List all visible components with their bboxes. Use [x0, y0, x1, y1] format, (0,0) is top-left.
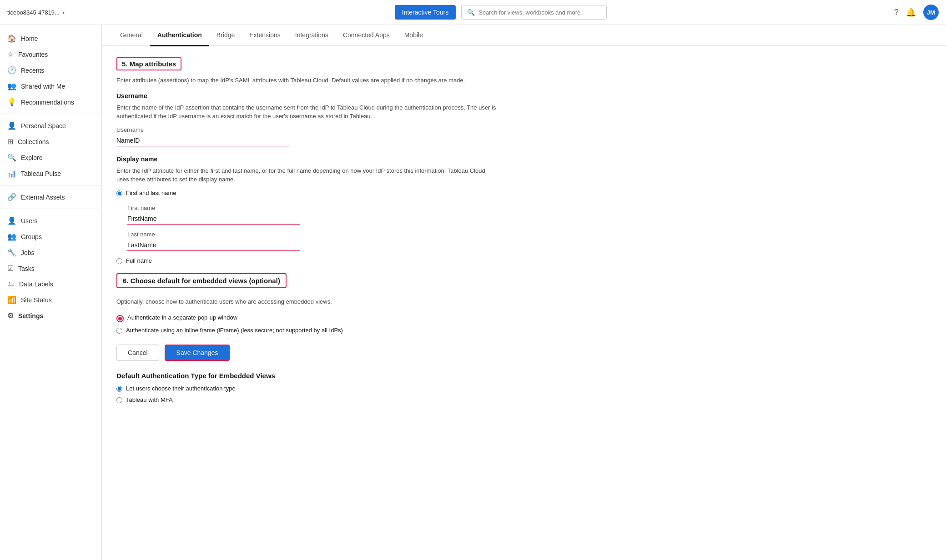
- section6-desc: Optionally, choose how to authenticate u…: [116, 297, 497, 306]
- radio-full-name-input[interactable]: [116, 258, 122, 264]
- sidebar-label-groups: Groups: [21, 233, 42, 240]
- sidebar-label-recommendations: Recommendations: [21, 99, 74, 106]
- tab-authentication[interactable]: Authentication: [150, 25, 209, 46]
- display-name-radio-group: First and last name First name Last name: [116, 190, 497, 264]
- home-icon: 🏠: [7, 34, 16, 43]
- section5-title: 5. Map attributes: [122, 60, 176, 68]
- jobs-icon: 🔧: [7, 248, 16, 257]
- username-input[interactable]: [116, 135, 289, 146]
- section5-header: 5. Map attributes: [116, 57, 181, 70]
- sidebar-item-data-labels[interactable]: 🏷 Data Labels: [0, 276, 101, 292]
- section6-title: 6. Choose default for embedded views (op…: [123, 277, 280, 285]
- interactive-tours-button[interactable]: Interactive Tours: [395, 5, 456, 20]
- last-name-input[interactable]: [127, 240, 300, 251]
- radio-full-name[interactable]: Full name: [116, 257, 497, 264]
- display-name-desc: Enter the IdP attribute for either the f…: [116, 166, 497, 184]
- sidebar-item-users[interactable]: 👤 Users: [0, 213, 101, 229]
- clock-icon: 🕐: [7, 66, 16, 75]
- radio-first-last[interactable]: First and last name: [116, 190, 497, 196]
- explore-icon: 🔍: [7, 153, 16, 162]
- topbar: ticebo8345-47819... ▾ Interactive Tours …: [0, 0, 946, 25]
- display-name-field-group: Display name Enter the IdP attribute for…: [116, 155, 497, 264]
- sidebar-label-collections: Collections: [18, 138, 49, 145]
- username-field-group: Username Enter the name of the IdP asser…: [116, 92, 497, 146]
- radio-let-users-input[interactable]: [116, 386, 122, 392]
- sidebar-item-personal[interactable]: 👤 Personal Space: [0, 118, 101, 134]
- sidebar-item-home[interactable]: 🏠 Home: [0, 30, 101, 46]
- tab-bridge[interactable]: Bridge: [209, 25, 242, 46]
- search-bar[interactable]: 🔍: [461, 5, 607, 20]
- users-icon: 👤: [7, 216, 16, 225]
- settings-content: 5. Map attributes Enter attributes (asse…: [102, 46, 511, 421]
- sidebar-label-personal: Personal Space: [21, 122, 66, 130]
- section6-header: 6. Choose default for embedded views (op…: [116, 273, 287, 288]
- grid-icon: ⊞: [7, 137, 13, 146]
- sidebar-label-external-assets: External Assets: [21, 194, 65, 201]
- avatar[interactable]: JM: [923, 5, 939, 20]
- sidebar-item-recommendations[interactable]: 💡 Recommendations: [0, 94, 101, 110]
- radio-first-last-label: First and last name: [126, 190, 176, 196]
- sidebar-label-jobs: Jobs: [21, 249, 35, 256]
- site-name[interactable]: ticebo8345-47819...: [7, 9, 60, 16]
- radio-popup[interactable]: Authenticate in a separate pop-up window: [116, 313, 497, 322]
- sidebar-divider-3: [0, 209, 101, 209]
- radio-let-users[interactable]: Let users choose their authentication ty…: [116, 385, 497, 392]
- sidebar-item-recents[interactable]: 🕐 Recents: [0, 62, 101, 78]
- radio-iframe[interactable]: Authenticate using an inline frame (iFra…: [116, 327, 497, 334]
- topbar-left: ticebo8345-47819... ▾: [7, 9, 107, 16]
- topbar-right: ? 🔔 JM: [894, 5, 939, 20]
- sidebar-item-collections[interactable]: ⊞ Collections: [0, 134, 101, 150]
- radio-tableau-mfa[interactable]: Tableau with MFA: [116, 396, 497, 403]
- shared-icon: 👥: [7, 82, 16, 90]
- radio-iframe-input[interactable]: [116, 328, 122, 334]
- search-icon: 🔍: [467, 9, 475, 16]
- cancel-button[interactable]: Cancel: [116, 345, 159, 361]
- default-auth-section: Default Authentication Type for Embedded…: [116, 372, 497, 403]
- sidebar-label-data-labels: Data Labels: [19, 280, 53, 288]
- gear-icon: ⚙: [7, 311, 14, 320]
- section5-desc: Enter attributes (assertions) to map the…: [116, 76, 497, 85]
- tab-connected-apps[interactable]: Connected Apps: [336, 25, 397, 46]
- save-button[interactable]: Save Changes: [165, 345, 230, 361]
- tab-mobile[interactable]: Mobile: [397, 25, 430, 46]
- sidebar-item-settings[interactable]: ⚙ Settings: [0, 308, 101, 324]
- tabs-bar: General Authentication Bridge Extensions…: [102, 25, 946, 46]
- sidebar: 🏠 Home ☆ Favourites 🕐 Recents 👥 Shared w…: [0, 25, 102, 560]
- sidebar-item-shared[interactable]: 👥 Shared with Me: [0, 78, 101, 94]
- sidebar-divider-1: [0, 114, 101, 114]
- search-input[interactable]: [478, 9, 601, 16]
- tab-integrations[interactable]: Integrations: [288, 25, 336, 46]
- sidebar-label-settings: Settings: [18, 312, 43, 320]
- sidebar-item-site-status[interactable]: 📶 Site Status: [0, 292, 101, 308]
- chevron-down-icon: ▾: [62, 10, 65, 15]
- button-row: Cancel Save Changes: [116, 345, 497, 361]
- groups-icon: 👥: [7, 232, 16, 241]
- sidebar-item-external-assets[interactable]: 🔗 External Assets: [0, 189, 101, 205]
- sidebar-item-tableau-pulse[interactable]: 📊 Tableau Pulse: [0, 165, 101, 181]
- person-icon: 👤: [7, 121, 16, 130]
- pulse-icon: 📊: [7, 169, 16, 178]
- sidebar-item-explore[interactable]: 🔍 Explore: [0, 150, 101, 165]
- radio-iframe-label: Authenticate using an inline frame (iFra…: [126, 327, 343, 334]
- first-name-group: First name: [127, 205, 497, 226]
- first-name-input[interactable]: [127, 213, 300, 225]
- sidebar-item-tasks[interactable]: ☑ Tasks: [0, 260, 101, 276]
- tab-extensions[interactable]: Extensions: [242, 25, 287, 46]
- first-name-label: First name: [127, 205, 497, 211]
- radio-first-last-input[interactable]: [116, 190, 122, 196]
- sidebar-item-groups[interactable]: 👥 Groups: [0, 229, 101, 245]
- bell-icon[interactable]: 🔔: [906, 7, 916, 17]
- display-name-label: Display name: [116, 155, 497, 163]
- layout: 🏠 Home ☆ Favourites 🕐 Recents 👥 Shared w…: [0, 25, 946, 560]
- radio-full-name-label: Full name: [126, 257, 152, 264]
- tab-general[interactable]: General: [113, 25, 150, 46]
- default-auth-radio-group: Let users choose their authentication ty…: [116, 385, 497, 403]
- sidebar-item-jobs[interactable]: 🔧 Jobs: [0, 245, 101, 260]
- sidebar-item-favourites[interactable]: ☆ Favourites: [0, 46, 101, 62]
- radio-popup-inner: [118, 317, 122, 320]
- sidebar-label-tableau-pulse: Tableau Pulse: [21, 170, 61, 177]
- default-auth-title: Default Authentication Type for Embedded…: [116, 372, 497, 380]
- radio-tableau-mfa-input[interactable]: [116, 397, 122, 403]
- help-icon[interactable]: ?: [894, 8, 899, 17]
- sidebar-label-users: Users: [21, 217, 38, 225]
